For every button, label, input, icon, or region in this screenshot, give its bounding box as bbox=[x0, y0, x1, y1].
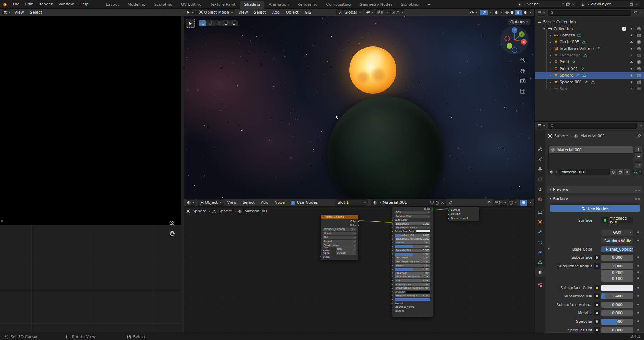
unlink-material-icon[interactable] bbox=[441, 201, 444, 205]
bsdf-slider[interactable]: Anisotropic Rotation0.000 bbox=[395, 260, 430, 263]
menu-edit[interactable]: Edit bbox=[22, 1, 35, 7]
prop-widget-slider[interactable]: 0.000 bbox=[601, 310, 633, 316]
props-tab-object-data[interactable] bbox=[535, 257, 545, 267]
magnet-icon[interactable] bbox=[494, 201, 498, 205]
chevron-down-icon[interactable]: ▾ bbox=[640, 11, 642, 14]
select-mode-2[interactable] bbox=[214, 20, 222, 26]
editor-type-button[interactable]: ▾ bbox=[186, 199, 195, 206]
image-dropdown[interactable]: Linear▾ bbox=[323, 232, 356, 235]
socket-toggle-button[interactable] bbox=[594, 263, 600, 269]
copy-image-icon[interactable] bbox=[351, 228, 353, 231]
outliner-row-point-001[interactable]: ▸Point.001 bbox=[535, 65, 644, 72]
viewport-menu-view[interactable]: View bbox=[235, 9, 250, 15]
props-tab-world[interactable] bbox=[535, 194, 545, 204]
chevron-down-icon[interactable]: ▾ bbox=[515, 201, 517, 204]
input-socket[interactable] bbox=[391, 231, 393, 232]
hide-viewport-icon[interactable] bbox=[629, 80, 634, 84]
bsdf-slider[interactable]: Subsurface Anisotropy0.000 bbox=[395, 237, 430, 240]
props-tab-modifiers[interactable] bbox=[535, 227, 545, 237]
socket-toggle-button[interactable] bbox=[594, 302, 600, 307]
color-swatch[interactable] bbox=[406, 291, 430, 294]
tab-shading[interactable]: Shading bbox=[240, 1, 265, 9]
disable-render-icon[interactable] bbox=[637, 40, 641, 44]
props-tab-view-layer[interactable] bbox=[535, 174, 545, 184]
bsdf-slider[interactable]: Metallic0.000 bbox=[395, 241, 430, 244]
unlink-scene-icon[interactable] bbox=[571, 3, 575, 6]
chevron-down-icon[interactable]: ▾ bbox=[524, 3, 526, 6]
viewport-ortho-grid-icon[interactable] bbox=[520, 88, 526, 95]
chevron-down-icon[interactable]: ▾ bbox=[543, 124, 545, 127]
decorator-dot[interactable] bbox=[637, 256, 639, 258]
image-dropdown[interactable]: Flat▾ bbox=[323, 236, 356, 238]
crumb-material[interactable]: Material.001 bbox=[580, 134, 605, 138]
input-socket[interactable] bbox=[391, 299, 393, 300]
outliner-row-sphere-001[interactable]: ▸Sphere.001 bbox=[535, 79, 644, 85]
disable-render-icon[interactable] bbox=[637, 73, 641, 78]
object-name[interactable]: Circle.005 bbox=[560, 40, 579, 44]
hide-viewport-icon[interactable] bbox=[629, 60, 634, 64]
socket-volume[interactable] bbox=[448, 213, 449, 215]
crumb-object[interactable]: Sphere bbox=[192, 209, 206, 213]
prop-widget-slider[interactable]: 0.000 bbox=[601, 302, 633, 308]
outliner-row-irradiancevolume[interactable]: ▸IrradianceVolume bbox=[535, 45, 644, 52]
prop-widget-slider[interactable]: 0.000 bbox=[601, 255, 633, 261]
socket-toggle-button[interactable] bbox=[594, 310, 600, 316]
chevron-down-icon[interactable]: ▾ bbox=[220, 201, 221, 204]
input-socket[interactable] bbox=[391, 295, 393, 297]
fake-user-icon[interactable] bbox=[430, 201, 434, 205]
chevron-down-icon[interactable]: ▾ bbox=[504, 201, 506, 204]
outliner-row-landscape[interactable]: ▸Landscape bbox=[535, 52, 644, 59]
props-tab-physics[interactable] bbox=[535, 247, 545, 257]
bsdf-slider[interactable]: Subsurface0.000 bbox=[395, 222, 430, 225]
input-socket[interactable] bbox=[391, 287, 393, 289]
node-canvas[interactable]: Sphere›Sphere›Material.001▾Planet_Colori… bbox=[184, 207, 534, 333]
prop-widget-slider[interactable]: 0.100 bbox=[601, 276, 633, 282]
shader-menu-node[interactable]: Node bbox=[272, 199, 288, 206]
chevron-down-icon[interactable]: ▾ bbox=[192, 11, 194, 14]
image-name-row[interactable]: Planet_Coloring bbox=[321, 227, 358, 231]
object-name[interactable]: Point.001 bbox=[560, 66, 578, 71]
remove-slot-button[interactable]: − bbox=[635, 153, 642, 159]
add-slot-button[interactable]: + bbox=[635, 146, 642, 153]
chevron-down-icon[interactable]: ▾ bbox=[372, 11, 373, 14]
editor-type-button[interactable]: ▾ bbox=[537, 123, 546, 129]
decorator-dot[interactable] bbox=[637, 277, 639, 279]
viewport-menu-select[interactable]: Select bbox=[251, 9, 269, 15]
chevron-down-icon[interactable]: ▾ bbox=[639, 171, 641, 173]
decorator-dot[interactable] bbox=[637, 312, 639, 314]
bsdf-slider[interactable]: Sheen0.000 bbox=[395, 264, 430, 267]
disclosure-arrow[interactable]: ▸ bbox=[550, 60, 554, 64]
planet-sphere[interactable] bbox=[327, 96, 444, 199]
props-tab-material[interactable] bbox=[535, 267, 545, 277]
prop-widget-dd[interactable]: Random Walk▾ bbox=[601, 238, 633, 244]
disable-render-icon[interactable] bbox=[637, 53, 641, 58]
prop-widget-slider[interactable]: 0.500 bbox=[601, 319, 633, 325]
socket-toggle-button[interactable] bbox=[594, 327, 600, 333]
object-name[interactable]: Sphere.001 bbox=[560, 80, 582, 84]
bsdf-slider[interactable]: Clearcoat Roughness0.030 bbox=[395, 275, 430, 278]
input-socket[interactable] bbox=[391, 302, 393, 304]
prop-widget-field[interactable]: Principled BSDF bbox=[601, 217, 633, 223]
scene-name[interactable]: Scene bbox=[527, 2, 559, 6]
input-socket[interactable] bbox=[391, 261, 393, 263]
collection-checkbox[interactable]: ✓ bbox=[622, 27, 626, 31]
crumb-object[interactable]: Sphere bbox=[554, 134, 568, 138]
camera-view-icon[interactable] bbox=[520, 78, 526, 84]
bsdf-slider[interactable]: Emission Strength1.000 bbox=[395, 294, 430, 297]
menu-render[interactable]: Render bbox=[36, 1, 55, 7]
outliner-row-scene collection[interactable]: Scene Collection bbox=[535, 19, 644, 25]
new-material-icon[interactable] bbox=[435, 201, 439, 205]
magnet-icon[interactable] bbox=[376, 10, 380, 14]
input-socket[interactable] bbox=[391, 257, 393, 259]
socket-color[interactable] bbox=[358, 220, 360, 222]
decorator-dot[interactable] bbox=[637, 329, 639, 331]
disable-render-icon[interactable] bbox=[637, 46, 641, 51]
tab-rendering[interactable]: Rendering bbox=[293, 1, 322, 9]
material-name-field[interactable]: Material.001 bbox=[559, 169, 610, 175]
chevron-down-icon[interactable]: ▾ bbox=[530, 201, 531, 204]
object-name[interactable]: Collection bbox=[553, 26, 573, 31]
filter-icon[interactable] bbox=[633, 11, 638, 15]
input-socket[interactable] bbox=[391, 284, 393, 285]
zoom-icon[interactable] bbox=[520, 57, 526, 63]
image-editor-menu-select[interactable]: Select bbox=[27, 9, 45, 15]
